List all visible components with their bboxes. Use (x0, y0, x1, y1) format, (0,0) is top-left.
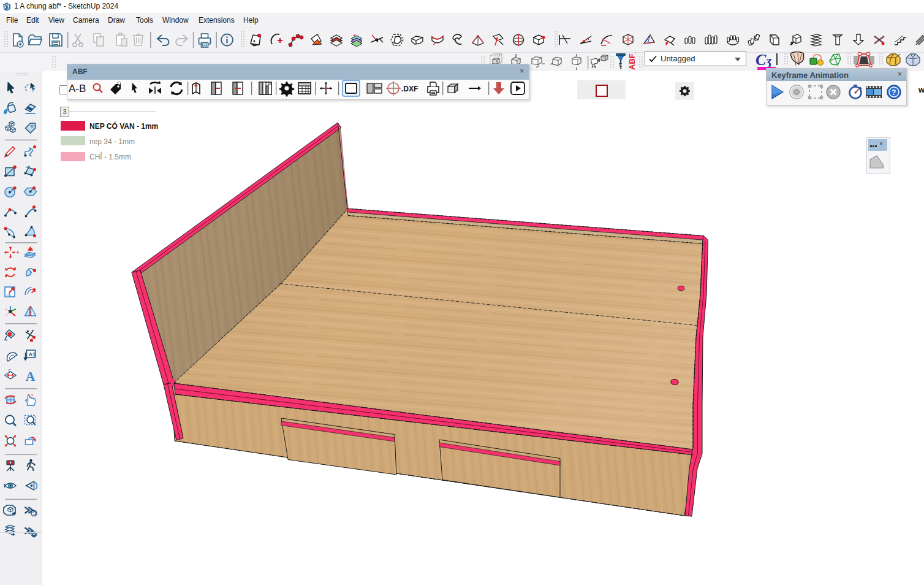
svg-text:A1: A1 (29, 351, 36, 358)
svg-text:A: A (26, 369, 36, 384)
svg-text:?: ? (892, 88, 896, 97)
svg-text:.DXF: .DXF (401, 85, 418, 93)
svg-text:C: C (9, 369, 12, 372)
svg-text:ABF_: ABF_ (627, 52, 637, 70)
svg-text:A-B: A-B (69, 83, 86, 94)
